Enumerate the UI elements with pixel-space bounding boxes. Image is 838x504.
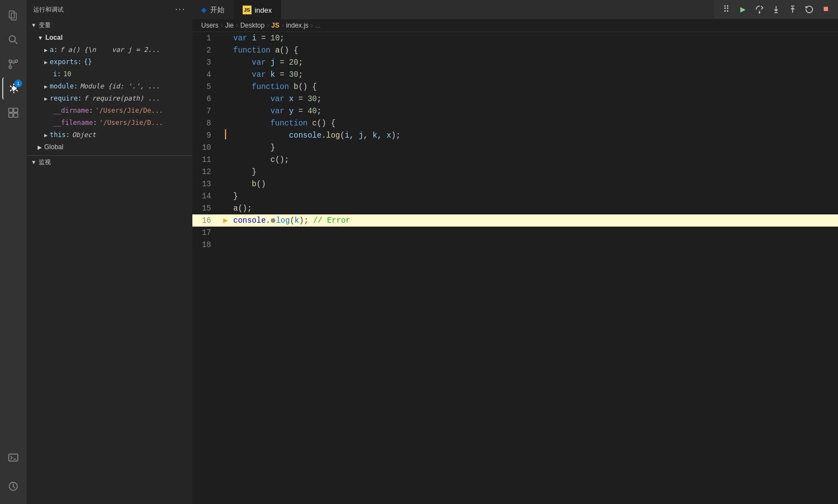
tab-start-label: 开始 [210,5,224,15]
tab-index-js[interactable]: JS index [234,0,281,19]
code-editor[interactable]: 1 var i = 10; 2 function a() { 3 var j =… [192,32,838,504]
var-exports[interactable]: ▶ exports: {} [27,56,192,68]
expand-arrow-require: ▶ [44,95,48,103]
code-line-10: 10 } [192,141,838,154]
code-line-13: 13 b() [192,178,838,190]
var-filename: __filename: '/Users/Jie/D... [27,117,192,129]
var-require[interactable]: ▶ require: f require(path) ... [27,92,192,104]
step-out-button[interactable] [785,2,800,17]
var-value-i: 10 [63,69,71,79]
global-chevron: ▶ [38,144,42,150]
variables-label: 变量 [39,21,51,29]
var-name-require: require [50,93,78,103]
var-value-dirname: '/Users/Jie/De... [95,106,163,116]
history-icon[interactable] [2,475,24,497]
svg-point-2 [9,36,15,42]
terminal-icon[interactable] [2,447,24,469]
code-line-11: 11 c(); [192,154,838,166]
svg-rect-9 [9,108,13,112]
variables-section-header[interactable]: ▼ 变量 [27,19,192,32]
sidebar-options-button[interactable]: ··· [175,4,186,14]
breadcrumb: Users › Jie › Desktop › JS › index.js › … [192,19,838,32]
breadcrumb-more: ... [315,22,321,29]
js-icon: JS [243,6,252,14]
debug-badge: 1 [14,80,22,87]
activity-bar: 1 [0,0,27,504]
code-line-17: 17 [192,227,838,239]
breadcrumb-jie[interactable]: Jie [225,22,233,29]
sidebar: 运行和调试 ··· ▼ 变量 ▼ Local ▶ a: f a() {\n va… [27,0,192,504]
current-line-arrow: ▶ [223,214,228,227]
restart-button[interactable] [802,2,817,17]
search-icon[interactable] [2,29,24,51]
breadcrumb-users[interactable]: Users [201,22,218,29]
code-line-3: 3 var j = 20; [192,56,838,69]
var-this[interactable]: ▶ this: Object [27,129,192,141]
var-value-exports: {} [84,57,92,67]
var-name-this: this [50,130,66,140]
var-name-i: i [53,69,57,79]
watch-chevron: ▼ [31,159,36,165]
var-dirname: __dirname: '/Users/Jie/De... [27,104,192,117]
var-value-module: Module {id: '.', ... [80,81,160,91]
continue-button[interactable]: ▶ [735,2,751,17]
var-name-module: module [50,81,74,91]
var-value-filename: '/Users/Jie/D... [99,118,163,128]
watch-label: 监视 [39,158,51,166]
stop-button[interactable]: ■ [818,2,834,17]
files-icon[interactable] [2,4,24,27]
watch-section-header[interactable]: ▼ 监视 [27,156,192,169]
svg-rect-0 [9,11,14,18]
svg-rect-13 [9,454,18,461]
expand-arrow-exports: ▶ [44,58,48,66]
code-line-1: 1 var i = 10; [192,32,838,44]
local-section-header[interactable]: ▼ Local [27,32,192,44]
tab-start[interactable]: ◈ 开始 [192,0,234,19]
vscode-icon: ◈ [201,4,207,15]
source-control-icon[interactable] [2,53,24,75]
code-line-7: 7 var y = 40; [192,105,838,117]
variables-chevron: ▼ [31,22,36,28]
code-line-6: 6 var x = 30; [192,93,838,105]
sidebar-header: 运行和调试 ··· [27,0,192,19]
local-label: Local [45,34,62,41]
grid-icon[interactable]: ⠿ [719,2,734,17]
variables-panel: ▼ 变量 ▼ Local ▶ a: f a() {\n var j = 2...… [27,19,192,504]
var-name-exports: exports [50,57,78,67]
code-line-2: 2 function a() { [192,44,838,56]
code-line-9: 9 console.log(i, j, k, x); [192,129,838,141]
tab-index-label: index [255,6,272,14]
global-section-header[interactable]: ▶ Global [27,141,192,153]
svg-point-15 [759,12,760,13]
code-line-5: 5 function b() { [192,81,838,93]
expand-arrow: ▶ [44,46,48,54]
breadcrumb-js: JS [271,22,280,29]
debug-run-icon[interactable]: 1 [2,77,24,99]
expand-arrow-module: ▶ [44,82,48,91]
code-line-18: 18 [192,239,838,251]
breadcrumb-file[interactable]: index.js [286,22,308,29]
tab-bar: ◈ 开始 JS index [192,0,714,19]
watch-section: ▼ 监视 [27,155,192,169]
code-line-4: 4 var k = 30; [192,69,838,81]
code-line-15: 15 a(); [192,202,838,214]
extensions-icon[interactable] [2,102,24,124]
code-line-14: 14 } [192,190,838,202]
var-module[interactable]: ▶ module: Module {id: '.', ... [27,80,192,92]
step-over-button[interactable] [752,2,767,17]
svg-rect-12 [14,113,18,117]
step-into-button[interactable] [768,2,784,17]
var-value-this: Object [72,130,96,140]
sidebar-title: 运行和调试 [33,6,64,14]
var-name-dirname: __dirname [53,106,89,116]
svg-rect-1 [11,13,16,20]
code-line-12: 12 } [192,166,838,178]
breadcrumb-desktop[interactable]: Desktop [240,22,265,29]
debug-toolbar: ⠿ ▶ [714,0,838,19]
var-name-a: a [50,45,54,55]
var-a[interactable]: ▶ a: f a() {\n var j = 2... [27,44,192,56]
code-line-8: 8 function c() { [192,117,838,129]
code-line-16: 16 ▶ console.log(k); // Error [192,214,838,227]
svg-rect-10 [14,108,18,112]
var-i: i: 10 [27,68,192,80]
